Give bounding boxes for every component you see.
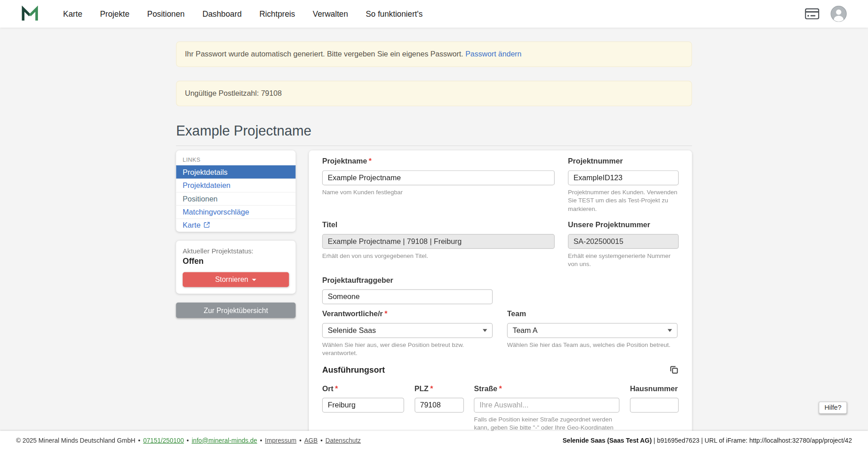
titel-label: Titel (322, 220, 555, 230)
label-text: Straße (474, 384, 497, 393)
navbar-icons (805, 5, 847, 22)
label-text: Team (507, 309, 526, 318)
project-overview-button[interactable]: Zur Projektübersicht (176, 303, 295, 318)
titel-help: Erhält den von uns vorgegebenen Titel. (322, 252, 555, 260)
left-column: LINKS Projektdetails Projektdateien Posi… (176, 150, 295, 318)
plz-alert: Ungültige Postleitzahl: 79108 (176, 81, 692, 106)
label-text: Verantwortliche/r (322, 309, 383, 318)
sidebar-item-projektdateien[interactable]: Projektdateien (176, 179, 295, 192)
sidebar-item-label: Projektdateien (183, 182, 231, 190)
required-mark: * (430, 384, 433, 393)
sidebar-item-positionen[interactable]: Positionen (176, 192, 295, 205)
sidebar-item-karte[interactable]: Karte (176, 219, 295, 232)
stornieren-button[interactable]: Stornieren (183, 272, 289, 287)
unsere-projektnummer-help: Erhält eine systemgenerierte Nummer von … (568, 252, 679, 268)
project-form-card: Projektname* Name vom Kunden festlegbar … (309, 150, 692, 449)
password-alert: Ihr Passwort wurde automatisch generiert… (176, 42, 692, 67)
label-text: Titel (322, 220, 338, 229)
field-projektauftraggeber: Projektauftraggeber (322, 276, 493, 304)
nav-item-projekte[interactable]: Projekte (100, 9, 129, 19)
sidebar-item-matchingvorschlaege[interactable]: Matchingvorschläge (176, 205, 295, 218)
sidebar-item-label: Positionen (183, 195, 217, 203)
status-label: Aktueller Projektstatus: (183, 247, 289, 255)
chevron-down-icon (483, 329, 487, 332)
nav-item-karte[interactable]: Karte (63, 9, 82, 19)
projektname-label: Projektname* (322, 157, 555, 167)
help-button[interactable]: Hilfe? (819, 402, 847, 414)
form-row-titel-unserenummer: Titel Erhält den von uns vorgegebenen Ti… (322, 220, 679, 268)
footer: © 2025 Mineral Minds Deutschland GmbH • … (0, 431, 868, 449)
footer-agb-link[interactable]: AGB (304, 437, 318, 444)
label-text: Projektauftraggeber (322, 276, 393, 284)
required-mark: * (335, 384, 338, 393)
form-row-verantwortliche-team: Verantwortliche/r* Selenide Saas Wählen … (322, 309, 679, 357)
footer-session-info: Selenide Saas (Saas Test AG) | b91695ed7… (562, 437, 852, 444)
team-selected-value: Team A (513, 326, 538, 334)
copy-icon[interactable] (669, 365, 679, 374)
hausnummer-label: Hausnummer (630, 384, 679, 394)
plz-alert-text: Ungültige Postleitzahl: 79108 (185, 89, 282, 97)
strasse-label: Straße* (474, 384, 620, 394)
nav-item-so-funktionierts[interactable]: So funktioniert's (366, 9, 423, 19)
title-divider (176, 145, 692, 146)
footer-email-link[interactable]: info@mineral-minds.de (192, 437, 257, 444)
caret-down-icon (252, 279, 257, 281)
projektauftraggeber-label: Projektauftraggeber (322, 276, 493, 285)
footer-phone-link[interactable]: 07151/250100 (143, 437, 184, 444)
team-select[interactable]: Team A (507, 323, 678, 338)
nav-item-dashboard[interactable]: Dashboard (203, 9, 242, 19)
verantwortliche-select[interactable]: Selenide Saas (322, 323, 493, 338)
strasse-input[interactable] (474, 398, 620, 412)
field-projektname: Projektname* Name vom Kunden festlegbar (322, 157, 555, 213)
sidebar-item-projektdetails[interactable]: Projektdetails (176, 165, 295, 178)
projektnummer-help: Projektnummer des Kunden. Verwenden Sie … (568, 188, 679, 213)
projektnummer-input[interactable] (568, 170, 679, 185)
field-verantwortliche: Verantwortliche/r* Selenide Saas Wählen … (322, 309, 493, 357)
nav-item-positionen[interactable]: Positionen (147, 9, 185, 19)
ausfuehrungsort-heading: Ausführungsort (322, 365, 385, 374)
nav-item-verwalten[interactable]: Verwalten (313, 9, 348, 19)
plz-label: PLZ* (415, 384, 464, 394)
label-text: Hausnummer (630, 384, 678, 393)
verantwortliche-help: Wählen Sie hier aus, wer diese Position … (322, 341, 493, 357)
projektauftraggeber-input[interactable] (322, 289, 493, 304)
stornieren-button-label: Stornieren (215, 276, 248, 284)
plz-input[interactable] (415, 398, 464, 412)
team-label: Team (507, 309, 678, 319)
titel-input (322, 234, 555, 249)
footer-separator: • (187, 437, 189, 444)
footer-copyright: © 2025 Mineral Minds Deutschland GmbH (16, 437, 136, 444)
form-row-name-number: Projektname* Name vom Kunden festlegbar … (322, 157, 679, 213)
projektnummer-label: Projektnummer (568, 157, 679, 167)
footer-separator: • (138, 437, 141, 444)
card-icon[interactable] (805, 8, 819, 19)
unsere-projektnummer-label: Unsere Projektnummer (568, 220, 679, 230)
main-nav: Karte Projekte Positionen Dashboard Rich… (63, 9, 423, 19)
ort-input[interactable] (322, 398, 404, 412)
ausfuehrungsort-section-header: Ausführungsort (322, 365, 679, 374)
label-text: Projektname (322, 157, 367, 165)
label-text: Unsere Projektnummer (568, 220, 650, 229)
content-row: LINKS Projektdetails Projektdateien Posi… (176, 150, 692, 449)
footer-datenschutz-link[interactable]: Datenschutz (326, 437, 361, 444)
footer-session-details: | b91695ed7623 | URL of iFrame: http://l… (652, 437, 852, 444)
required-mark: * (384, 309, 387, 318)
nav-item-richtpreis[interactable]: Richtpreis (259, 9, 295, 19)
team-help: Wählen Sie hier das Team aus, welches di… (507, 341, 678, 349)
links-card: LINKS Projektdetails Projektdateien Posi… (176, 150, 295, 232)
hausnummer-input[interactable] (630, 398, 679, 412)
footer-separator: • (299, 437, 302, 444)
page-container: Ihr Passwort wurde automatisch generiert… (176, 42, 692, 449)
sidebar-item-label: Projektdetails (183, 168, 227, 176)
password-change-link[interactable]: Passwort ändern (466, 50, 522, 58)
footer-user: Selenide Saas (Saas Test AG) (562, 437, 651, 444)
projektname-input[interactable] (322, 170, 555, 185)
footer-impressum-link[interactable]: Impressum (265, 437, 297, 444)
user-avatar-icon[interactable] (830, 5, 847, 22)
footer-separator: • (321, 437, 323, 444)
required-mark: * (369, 157, 372, 165)
mineral-minds-logo-icon[interactable] (21, 5, 39, 22)
ort-label: Ort* (322, 384, 404, 394)
verantwortliche-selected-value: Selenide Saas (328, 326, 376, 334)
footer-separator: • (260, 437, 262, 444)
